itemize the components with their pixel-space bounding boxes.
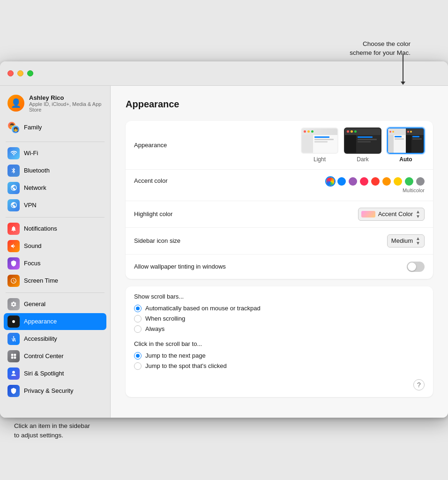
annotation-bottom: Click an item in the sidebar to adjust s… — [0, 421, 448, 441]
scroll-radio-always[interactable]: Always — [134, 325, 425, 333]
wallpaper-tinting-label: Allow wallpaper tinting in windows — [134, 263, 228, 270]
accent-color-label: Accent color — [134, 177, 228, 184]
sidebar-item-label-general: General — [24, 300, 45, 308]
sidebar-item-appearance[interactable]: Appearance — [4, 313, 106, 330]
controlcenter-icon — [7, 350, 20, 362]
sidebar-item-privacy[interactable]: Privacy & Security — [4, 382, 106, 399]
bluetooth-icon — [7, 165, 20, 177]
user-profile[interactable]: 👤 Ashley Rico Apple ID, iCloud+, Media &… — [4, 91, 106, 115]
sidebar-item-vpn[interactable]: VPN — [4, 197, 106, 214]
sidebar-icon-size-value: Medium ▲ ▼ — [228, 234, 425, 248]
sidebar-item-label-notifications: Notifications — [24, 225, 57, 232]
system-preferences-window: 👤 Ashley Rico Apple ID, iCloud+, Media &… — [0, 61, 448, 418]
sidebar-icon-size-dropdown[interactable]: Medium ▲ ▼ — [387, 234, 425, 248]
help-button[interactable]: ? — [413, 379, 425, 390]
accent-color-row: Accent color — [126, 170, 433, 201]
accent-swatch-green[interactable] — [405, 177, 413, 186]
sidebar-item-focus[interactable]: Focus — [4, 255, 106, 272]
accent-sublabel: Multicolor — [403, 188, 425, 193]
appearance-option-auto[interactable]: Auto — [387, 128, 425, 163]
accent-swatch-blue[interactable] — [337, 177, 346, 186]
accent-swatch-pink[interactable] — [360, 177, 368, 186]
click-radio-spot[interactable]: Jump to the spot that's clicked — [134, 362, 425, 370]
wallpaper-tinting-toggle[interactable] — [407, 262, 425, 272]
sidebar-item-label-bluetooth: Bluetooth — [24, 167, 50, 174]
click-scroll-radio-group: Jump to the next page Jump to the spot t… — [134, 352, 425, 370]
accessibility-icon — [7, 333, 20, 345]
close-button[interactable] — [7, 70, 14, 76]
wifi-icon — [7, 147, 20, 159]
sidebar-item-screen-time[interactable]: Screen Time — [4, 272, 106, 289]
appearance-thumb-dark — [344, 128, 381, 154]
appearance-label: Appearance — [134, 142, 228, 149]
minimize-button[interactable] — [17, 70, 23, 76]
sidebar-item-wifi[interactable]: Wi-Fi — [4, 145, 106, 162]
sidebar-divider-2 — [6, 217, 105, 218]
accent-swatch-red[interactable] — [371, 177, 380, 186]
accent-swatch-graphite[interactable] — [416, 177, 425, 186]
click-radio-spot-label: Jump to the spot that's clicked — [145, 362, 227, 369]
svg-rect-2 — [11, 353, 14, 356]
accent-swatch-orange[interactable] — [382, 177, 391, 186]
sidebar-item-label-wifi: Wi-Fi — [24, 150, 38, 157]
sidebar-icon-size-label: Sidebar icon size — [134, 237, 228, 244]
appearance-option-label-dark: Dark — [357, 156, 368, 163]
siri-icon — [7, 368, 20, 380]
sidebar-item-general[interactable]: General — [4, 296, 106, 313]
accent-swatch-purple[interactable] — [349, 177, 357, 186]
main-content: Appearance Appearance — [111, 86, 448, 418]
sidebar-icon-size-text: Medium — [391, 237, 413, 244]
svg-rect-3 — [14, 353, 16, 356]
highlight-preview — [361, 211, 375, 218]
family-label: Family — [24, 124, 42, 131]
scroll-radio-always-circle — [134, 325, 142, 333]
sidebar-item-label-appearance: Appearance — [24, 318, 57, 325]
sidebar-item-label-controlcenter: Control Center — [24, 352, 64, 360]
click-radio-nextpage-circle — [134, 352, 142, 360]
accent-swatch-multicolor[interactable] — [326, 177, 335, 186]
sidebar-item-label-focus: Focus — [24, 260, 40, 267]
sidebar-divider-3 — [6, 292, 105, 293]
wallpaper-tinting-value — [228, 262, 425, 272]
sidebar-item-label-siri: Siri & Spotlight — [24, 370, 64, 377]
scroll-radio-scrolling[interactable]: When scrolling — [134, 315, 425, 322]
sidebar-section-prefs: General Appearance — [0, 296, 110, 400]
appearance-options-wrap: Light — [228, 128, 425, 163]
sidebar-item-label-network: Network — [24, 184, 46, 191]
accent-color-swatches — [326, 177, 425, 186]
sidebar-item-network[interactable]: Network — [4, 180, 106, 196]
sidebar-item-bluetooth[interactable]: Bluetooth — [4, 162, 106, 179]
window-content: 👤 Ashley Rico Apple ID, iCloud+, Media &… — [0, 86, 448, 418]
sound-icon — [7, 240, 20, 252]
highlight-color-dropdown[interactable]: Accent Color ▲ ▼ — [358, 208, 425, 221]
appearance-options: Light — [301, 128, 425, 163]
appearance-card: Appearance — [126, 121, 433, 279]
svg-point-0 — [12, 320, 15, 323]
sidebar-item-sound[interactable]: Sound — [4, 238, 106, 255]
sidebar-item-notifications[interactable]: Notifications — [4, 220, 106, 237]
family-avatars: 👦 👧 — [7, 121, 20, 134]
sidebar-item-label-accessibility: Accessibility — [24, 335, 57, 342]
sidebar-item-accessibility[interactable]: Accessibility — [4, 330, 106, 347]
appearance-thumb-light — [301, 128, 338, 154]
maximize-button[interactable] — [27, 70, 33, 76]
appearance-option-label-light: Light — [314, 156, 326, 163]
click-radio-nextpage[interactable]: Jump to the next page — [134, 352, 425, 360]
click-scroll-section: Click in the scroll bar to... Jump to th… — [134, 340, 425, 370]
scroll-radio-auto[interactable]: Automatically based on mouse or trackpad — [134, 305, 425, 312]
annotation-top: Choose the color scheme for your Mac. — [0, 40, 448, 58]
wallpaper-tinting-row: Allow wallpaper tinting in windows — [126, 255, 433, 279]
sidebar-item-control-center[interactable]: Control Center — [4, 348, 106, 365]
sidebar-section-alerts: Notifications Sound — [0, 220, 110, 290]
scroll-bars-title: Show scroll bars... — [134, 293, 425, 300]
notifications-icon — [7, 223, 20, 235]
svg-point-1 — [13, 336, 14, 337]
svg-rect-5 — [14, 356, 16, 359]
sidebar-item-siri[interactable]: Siri & Spotlight — [4, 365, 106, 382]
sidebar-item-family[interactable]: 👦 👧 Family — [4, 119, 106, 136]
titlebar — [0, 61, 448, 86]
accent-swatch-yellow[interactable] — [394, 177, 402, 186]
appearance-thumb-auto — [387, 128, 425, 154]
appearance-option-dark[interactable]: Dark — [344, 128, 381, 163]
appearance-option-light[interactable]: Light — [301, 128, 338, 163]
